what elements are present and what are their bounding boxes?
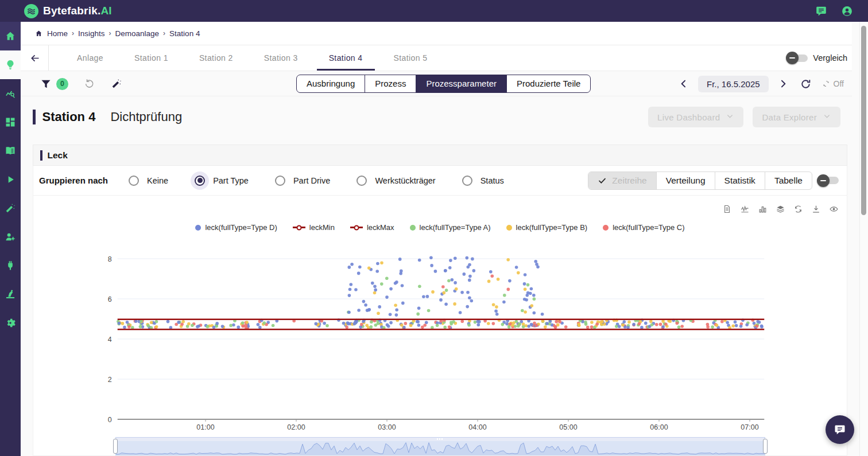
view-button-produzierte-teile[interactable]: Produzierte Teile — [506, 75, 590, 92]
header-actions — [815, 5, 853, 17]
chart-mode-toggle[interactable] — [820, 177, 839, 184]
reset-filters-icon[interactable] — [84, 78, 95, 89]
view-button-ausbringung[interactable]: Ausbringung — [297, 75, 365, 92]
tab-anlage[interactable]: Anlage — [61, 45, 119, 71]
doc-text-icon[interactable] — [722, 204, 732, 214]
legend-item-leck-fulltype-type-a[interactable]: leck(fullType=Type A) — [410, 223, 491, 232]
view-button-prozess[interactable]: Prozess — [365, 75, 416, 92]
play-icon — [5, 174, 16, 185]
tab-station-1[interactable]: Station 1 — [119, 45, 184, 71]
radio-icon — [275, 176, 285, 186]
pulse-chart-icon[interactable] — [740, 204, 750, 214]
chevron-down-icon — [726, 112, 734, 122]
magic-wand-icon[interactable] — [111, 78, 122, 89]
sidebar-item-automation[interactable] — [0, 194, 21, 223]
tab-station-3[interactable]: Station 3 — [249, 45, 313, 71]
gear-icon — [5, 317, 16, 329]
mode-tabelle[interactable]: Tabelle — [765, 172, 812, 189]
brand-logo-icon — [24, 4, 38, 18]
sidebar-item-settings[interactable] — [0, 309, 21, 337]
breadcrumb-item-demoanlage[interactable]: Demoanlage — [115, 29, 160, 38]
breadcrumb-item-home[interactable]: Home — [47, 29, 68, 38]
group-by-options: KeinePart TypePart DriveWerkstückträgerS… — [129, 176, 530, 186]
data-explorer-button[interactable]: Data Explorer — [753, 107, 840, 127]
brand-logo[interactable]: Bytefabrik.AI — [24, 4, 112, 18]
groupby-option-keine[interactable]: Keine — [129, 176, 168, 186]
legend-marker — [195, 225, 201, 231]
chat-fab[interactable] — [826, 415, 854, 444]
time-range-brush[interactable] — [115, 437, 765, 456]
sidebar-item-run[interactable] — [0, 165, 21, 194]
title-accent-bar — [33, 110, 36, 124]
legend-item-leck-fulltype-type-d[interactable]: leck(fullType=Type D) — [195, 223, 277, 232]
section-title: Leck — [48, 150, 68, 161]
brush-minimap[interactable] — [115, 441, 765, 456]
book-icon — [5, 145, 16, 157]
mode-zeitreihe[interactable]: Zeitreihe — [588, 172, 656, 189]
leck-section: Leck Gruppieren nach KeinePart TypePart … — [33, 145, 847, 456]
breadcrumb-item-insights[interactable]: Insights — [78, 29, 105, 38]
scrollbar-thumb[interactable] — [861, 26, 866, 215]
svg-text:8: 8 — [108, 255, 112, 263]
bars-chart-icon[interactable] — [758, 204, 768, 214]
tab-station-4[interactable]: Station 4 — [313, 45, 378, 71]
refresh-button[interactable] — [800, 78, 812, 90]
brush-handle-left[interactable] — [113, 439, 118, 454]
groupby-option-part-drive[interactable]: Part Drive — [275, 176, 330, 186]
legend-item-leckmin[interactable]: leckMin — [293, 223, 335, 232]
download-icon[interactable] — [811, 204, 821, 214]
sidebar-item-machines[interactable] — [0, 280, 21, 309]
sidebar-item-team[interactable] — [0, 223, 21, 251]
prev-day-button[interactable] — [678, 78, 689, 89]
page-actions: Live DashboardData Explorer — [648, 107, 840, 127]
vergleich-toggle[interactable] — [789, 54, 808, 62]
page-title: Station 4 — [42, 110, 96, 124]
layers-icon[interactable] — [776, 204, 785, 214]
filter-count-badge: 0 — [56, 78, 68, 90]
auto-refresh-toggle[interactable]: Off — [822, 79, 844, 88]
filter-button[interactable]: 0 — [40, 78, 68, 90]
groupby-option-part-type[interactable]: Part Type — [195, 176, 249, 186]
sidebar-item-dashboards[interactable] — [0, 108, 21, 137]
users-gear-icon — [5, 231, 16, 243]
chat-icon[interactable] — [815, 5, 827, 17]
brush-handle-right[interactable] — [763, 439, 768, 454]
breadcrumb-item-station-4[interactable]: Station 4 — [169, 29, 200, 38]
scatter-chart[interactable]: 0246801:0002:0003:0004:0005:0006:0007:00 — [33, 253, 847, 436]
account-icon[interactable] — [841, 5, 853, 17]
legend-item-leckmax[interactable]: leckMax — [350, 223, 394, 232]
sidebar-item-documentation[interactable] — [0, 137, 21, 165]
eye-icon[interactable] — [829, 204, 839, 214]
vergleich-label: Vergleich — [813, 53, 847, 63]
groupby-option-status[interactable]: Status — [462, 176, 504, 186]
view-button-prozessparameter[interactable]: Prozessparameter — [416, 75, 506, 92]
next-day-button[interactable] — [777, 78, 789, 89]
date-picker[interactable]: Fr., 16.5.2025 — [698, 76, 769, 92]
legend-item-leck-fulltype-type-c[interactable]: leck(fullType=Type C) — [603, 223, 684, 232]
page-header: Station 4 Dichtprüfung Live DashboardDat… — [21, 96, 852, 138]
chart-search-icon — [5, 88, 16, 99]
legend-item-leck-fulltype-type-b[interactable]: leck(fullType=Type B) — [506, 223, 588, 232]
tab-station-5[interactable]: Station 5 — [378, 45, 443, 71]
sync-icon[interactable] — [793, 204, 803, 214]
sidebar-item-insights[interactable] — [0, 50, 21, 79]
mode-statistik[interactable]: Statistik — [715, 172, 765, 189]
live-dashboard-button[interactable]: Live Dashboard — [648, 107, 743, 127]
back-button[interactable] — [21, 45, 49, 71]
radio-icon — [356, 176, 367, 186]
toggle-knob — [786, 52, 799, 64]
page-scrollbar — [859, 22, 868, 456]
chevron-down-icon — [823, 112, 831, 122]
sidebar-item-analytics[interactable] — [0, 79, 21, 108]
sidebar-item-integrations[interactable] — [0, 251, 21, 280]
mode-verteilung[interactable]: Verteilung — [656, 172, 715, 189]
tab-station-2[interactable]: Station 2 — [184, 45, 249, 71]
sidebar-item-home[interactable] — [0, 22, 21, 50]
section-header: Leck — [33, 145, 847, 166]
legend-marker — [293, 227, 305, 228]
sidebar-nav — [0, 22, 21, 456]
groupby-option-werkst-cktr-ger[interactable]: Werkstückträger — [356, 176, 435, 186]
radio-icon — [195, 176, 205, 186]
breadcrumb-separator: › — [163, 29, 165, 37]
brush-drag-strip[interactable] — [115, 437, 765, 441]
